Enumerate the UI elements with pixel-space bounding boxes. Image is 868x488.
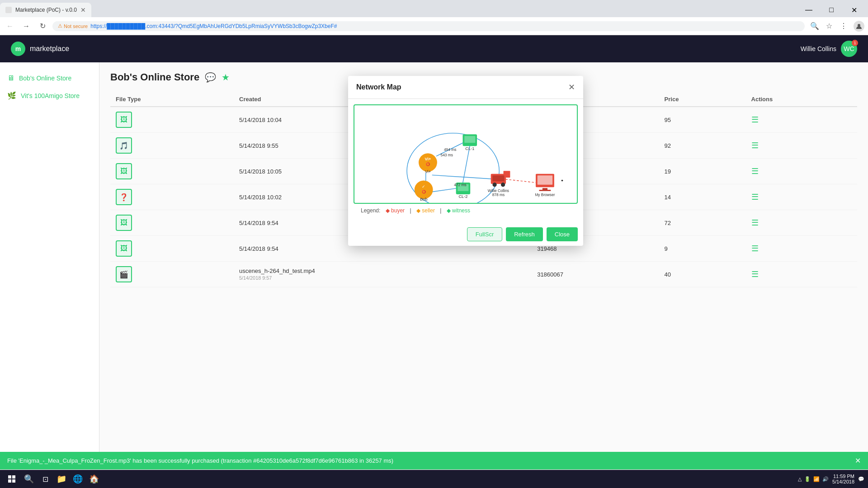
- app-name: marketplace: [30, 45, 69, 53]
- svg-text:878 ms: 878 ms: [492, 192, 505, 197]
- search-icon[interactable]: 🔍: [808, 20, 821, 33]
- svg-text:⭕: ⭕: [422, 190, 426, 194]
- fullscreen-button[interactable]: FullScr: [467, 227, 502, 241]
- sidebar: 🖥 Bob's Online Store 🌿 Vit's 100Amigo St…: [0, 62, 99, 452]
- time-display: 11:59 PM 5/14/2018: [832, 474, 854, 484]
- window-controls: — □ ✕: [798, 3, 868, 17]
- back-button[interactable]: ←: [4, 20, 16, 33]
- file-price: 19: [659, 159, 746, 184]
- file-price: 72: [659, 210, 746, 236]
- svg-rect-41: [12, 479, 15, 483]
- svg-point-28: [492, 183, 496, 187]
- file-type-icon: ❓: [116, 189, 132, 205]
- network-map-svg: Vi+ ⭕ Vi+ 494 ms 543 ms CL-1 ✓: [354, 105, 577, 203]
- file-price: 9: [659, 236, 746, 262]
- legend-text: Legend:: [361, 207, 382, 214]
- forward-button[interactable]: →: [20, 20, 33, 33]
- notification-icon[interactable]: △: [798, 476, 802, 482]
- app-header: m marketplace Willie Collins WC 1: [0, 35, 868, 62]
- network-map-container: Vi+ ⭕ Vi+ 494 ms 543 ms CL-1 ✓: [354, 104, 578, 204]
- svg-text:⭕: ⭕: [426, 162, 430, 166]
- profile-icon[interactable]: [854, 21, 864, 32]
- store-icon: 🖥: [7, 74, 14, 82]
- actions-menu-icon[interactable]: ☰: [751, 218, 759, 227]
- col-filetype: File Type: [110, 92, 234, 107]
- svg-point-29: [501, 183, 505, 187]
- page-title: Bob's Online Store: [110, 71, 199, 83]
- sidebar-item-label-2: Vit's 100Amigo Store: [21, 92, 80, 99]
- modal-close-button[interactable]: ✕: [568, 82, 575, 92]
- file-type-icon: 🖼: [116, 215, 132, 231]
- avatar[interactable]: WC 1: [841, 41, 857, 57]
- actions-menu-icon[interactable]: ☰: [751, 115, 759, 124]
- menu-icon[interactable]: ⋮: [837, 20, 850, 33]
- app-logo: m marketplace: [11, 42, 69, 56]
- minimize-button[interactable]: —: [798, 3, 819, 17]
- browser-tab[interactable]: Marketplace (PoC) - v.0.0 ✕: [0, 3, 91, 17]
- tab-close-button[interactable]: ✕: [80, 6, 86, 14]
- maximize-button[interactable]: □: [821, 3, 842, 17]
- svg-rect-27: [492, 175, 504, 181]
- sidebar-item-bobs-store[interactable]: 🖥 Bob's Online Store: [0, 70, 99, 87]
- user-info: Willie Collins WC 1: [801, 41, 857, 57]
- system-icons: △ 🔋 📶 🔊: [798, 476, 829, 482]
- actions-menu-icon[interactable]: ☰: [751, 167, 759, 176]
- file-type-icon: 🖼: [116, 112, 132, 128]
- logo-circle: m: [11, 42, 25, 56]
- svg-rect-38: [8, 475, 11, 479]
- taskbar-task-view[interactable]: ⊡: [38, 472, 52, 486]
- file-price: 14: [659, 184, 746, 210]
- taskbar-file-explorer[interactable]: 📁: [54, 472, 69, 486]
- tab-title: Marketplace (PoC) - v.0.0: [15, 7, 77, 13]
- avatar-badge: 1: [852, 40, 858, 46]
- refresh-button[interactable]: Refresh: [506, 227, 543, 241]
- svg-point-37: [561, 180, 563, 182]
- start-button[interactable]: [4, 471, 20, 487]
- file-type-icon: 🖼: [116, 163, 132, 179]
- refresh-button[interactable]: ↻: [36, 20, 49, 33]
- tab-favicon: [5, 7, 12, 13]
- wifi-icon[interactable]: 📶: [813, 476, 820, 482]
- status-bar: File 'Enigma_-_Mea_Culpa_FroZen_Frost.mp…: [0, 452, 868, 469]
- actions-menu-icon[interactable]: ☰: [751, 244, 759, 253]
- svg-rect-33: [538, 175, 552, 184]
- close-modal-button[interactable]: Close: [547, 227, 578, 241]
- store-icon-2: 🌿: [7, 91, 16, 100]
- star-icon[interactable]: ★: [222, 72, 230, 83]
- legend: Legend: ◆ buyer | ◆ seller | ◆ witness: [354, 204, 578, 217]
- notifications-button[interactable]: 💬: [858, 476, 864, 482]
- taskbar-chrome[interactable]: 🌐: [71, 472, 85, 486]
- address-bar[interactable]: ⚠ Not secure https://██████████.com:4344…: [52, 21, 805, 31]
- file-price: 40: [659, 262, 746, 287]
- sidebar-item-vits-store[interactable]: 🌿 Vit's 100Amigo Store: [0, 87, 99, 104]
- actions-menu-icon[interactable]: ☰: [751, 192, 759, 202]
- volume-icon[interactable]: 🔊: [822, 476, 829, 482]
- svg-text:543 ms: 543 ms: [441, 153, 453, 157]
- chat-icon[interactable]: 💬: [205, 72, 216, 83]
- battery-icon[interactable]: 🔋: [804, 476, 811, 482]
- close-button[interactable]: ✕: [844, 3, 864, 17]
- svg-rect-15: [464, 136, 475, 143]
- clock-time: 11:59 PM: [832, 474, 854, 479]
- modal-header: Network Map ✕: [348, 76, 583, 99]
- bookmark-icon[interactable]: ☆: [823, 20, 835, 33]
- status-close-button[interactable]: ✕: [855, 456, 861, 465]
- legend-seller: ◆ seller: [416, 207, 435, 214]
- clock-date: 5/14/2018: [832, 479, 854, 484]
- actions-menu-icon[interactable]: ☰: [751, 141, 759, 150]
- not-secure-indicator: ⚠ Not secure: [58, 23, 88, 29]
- file-size: 31860067: [532, 262, 659, 287]
- file-type-icon: 🖼: [116, 240, 132, 257]
- taskbar-search[interactable]: 🔍: [22, 472, 36, 486]
- actions-menu-icon[interactable]: ☰: [751, 270, 759, 279]
- taskbar-app[interactable]: 🏠: [87, 472, 101, 486]
- svg-text:Bob: Bob: [420, 197, 428, 202]
- modal-body: Vi+ ⭕ Vi+ 494 ms 543 ms CL-1 ✓: [348, 99, 583, 223]
- svg-text:CL-1: CL-1: [465, 146, 474, 151]
- file-price: 92: [659, 133, 746, 159]
- content-area: Bob's Online Store 💬 ★ File Type Created…: [99, 62, 868, 452]
- col-price: Price: [659, 92, 746, 107]
- url-text: https://██████████.com:43443/?Qmd5EgMbAh…: [90, 23, 337, 29]
- user-name: Willie Collins: [801, 45, 836, 52]
- legend-buyer: ◆ buyer: [386, 207, 405, 214]
